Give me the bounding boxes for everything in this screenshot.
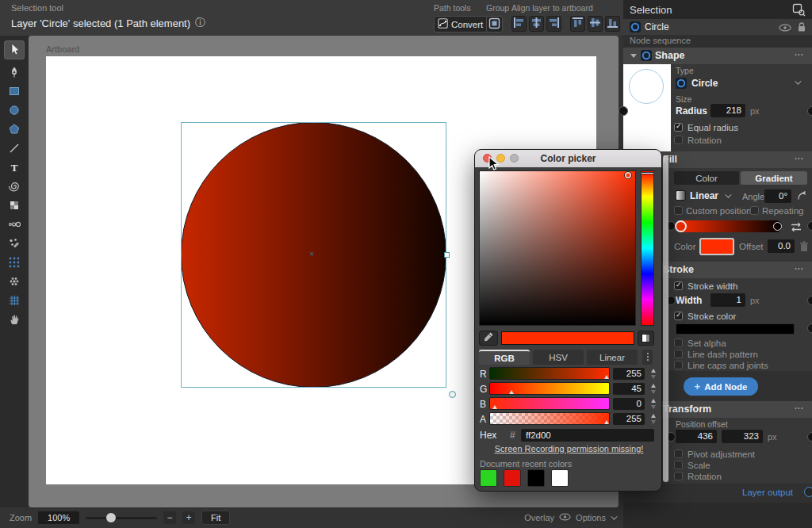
tab-rgb[interactable]: RGB xyxy=(479,350,530,365)
gradient-stop-end[interactable] xyxy=(773,222,782,231)
align-center-h-button[interactable] xyxy=(529,16,544,32)
channel-g-stepper[interactable] xyxy=(650,383,657,395)
visibility-eye-icon[interactable] xyxy=(779,23,791,34)
layer-row[interactable]: Circle xyxy=(623,19,812,35)
selection-handle-right[interactable] xyxy=(444,252,450,258)
layer-output-toggle[interactable] xyxy=(804,487,812,497)
align-left-button[interactable] xyxy=(511,16,527,32)
equal-radius-checkbox[interactable] xyxy=(674,123,683,132)
saturation-value-field[interactable] xyxy=(479,170,636,326)
recent-color-swatch[interactable] xyxy=(504,469,521,487)
delete-stop-trash-icon[interactable] xyxy=(799,241,809,254)
swap-gradient-icon[interactable] xyxy=(790,222,802,235)
transform-rotation-checkbox[interactable] xyxy=(674,472,683,480)
tool-rectangle[interactable] xyxy=(4,83,25,101)
tool-symbol[interactable] xyxy=(4,274,25,291)
options-label[interactable]: Options xyxy=(576,513,606,522)
recent-color-swatch[interactable] xyxy=(480,469,497,487)
zoom-traffic-light[interactable] xyxy=(510,154,519,163)
stroke-color-scrub-right[interactable] xyxy=(807,323,812,333)
recent-color-swatch[interactable] xyxy=(527,469,545,487)
fill-tab-gradient[interactable]: Gradient xyxy=(741,171,807,185)
set-alpha-checkbox[interactable] xyxy=(674,339,683,347)
width-scrub-right[interactable] xyxy=(807,296,812,305)
shape-more-icon[interactable]: ••• xyxy=(795,52,804,57)
shape-type-dropdown[interactable]: Circle xyxy=(676,76,802,90)
channel-r-input[interactable]: 255 xyxy=(613,368,645,380)
sv-marker[interactable] xyxy=(624,171,632,179)
contrast-swatch-button[interactable] xyxy=(638,331,654,346)
picker-menu-icon[interactable] xyxy=(642,350,653,365)
fit-button[interactable]: Fit xyxy=(201,511,230,525)
channel-b-marker[interactable] xyxy=(492,405,497,409)
tab-hsv[interactable]: HSV xyxy=(533,350,584,365)
shape-section-header[interactable]: Shape ••• xyxy=(623,48,812,64)
fill-more-icon[interactable]: ••• xyxy=(795,155,804,161)
radius-scrub-left[interactable] xyxy=(619,106,628,116)
gradient-scrub-right[interactable] xyxy=(807,221,812,231)
tool-pattern[interactable] xyxy=(4,254,25,272)
color-picker-titlebar[interactable]: Color picker xyxy=(475,150,661,167)
channel-r-marker[interactable] xyxy=(604,375,609,379)
convert-button[interactable]: Convert xyxy=(434,16,490,33)
channel-r-stepper[interactable] xyxy=(650,368,657,380)
tool-scatter[interactable] xyxy=(4,235,25,253)
zoom-slider[interactable] xyxy=(86,511,157,524)
tool-ellipse[interactable] xyxy=(4,102,25,120)
tool-grid[interactable] xyxy=(4,293,25,310)
panel-scrollbar[interactable] xyxy=(663,155,668,482)
recent-color-swatch[interactable] xyxy=(551,469,569,487)
repeating-checkbox[interactable] xyxy=(750,206,759,215)
tool-spiral[interactable] xyxy=(4,178,25,196)
stop-color-swatch[interactable] xyxy=(699,238,734,255)
overlay-eye-icon[interactable] xyxy=(559,512,571,523)
zoom-in-button[interactable]: + xyxy=(182,511,195,524)
zoom-value[interactable]: 100% xyxy=(38,511,79,524)
fill-tab-color[interactable]: Color xyxy=(674,171,739,185)
lock-icon[interactable] xyxy=(797,21,806,35)
zoom-slider-knob[interactable] xyxy=(106,513,116,522)
channel-a-stepper[interactable] xyxy=(650,413,657,425)
eyedropper-button[interactable] xyxy=(479,331,498,346)
tool-text[interactable]: T xyxy=(4,159,25,177)
stroke-color-bar[interactable] xyxy=(676,323,795,335)
channel-b-stepper[interactable] xyxy=(650,398,657,410)
info-icon[interactable]: ⓘ xyxy=(195,16,205,30)
shape-rotation-checkbox[interactable] xyxy=(674,136,683,144)
position-y-input[interactable]: 323 xyxy=(722,430,763,443)
scale-checkbox[interactable] xyxy=(674,461,683,469)
gradient-type-value[interactable]: Linear xyxy=(690,190,718,201)
width-input[interactable]: 1 xyxy=(710,293,745,307)
screen-recording-warning-link[interactable]: Screen Recording permission missing! xyxy=(475,444,663,453)
transform-more-icon[interactable]: ••• xyxy=(795,405,804,411)
tool-hand[interactable] xyxy=(4,312,25,329)
position-scrub-right[interactable] xyxy=(807,432,812,442)
add-node-button[interactable]: + Add Node xyxy=(684,377,758,396)
stroke-color-checkbox[interactable] xyxy=(674,312,683,320)
channel-a-marker[interactable] xyxy=(604,420,609,424)
stroke-more-icon[interactable]: ••• xyxy=(795,266,804,271)
color-picker-window[interactable]: Color picker RGB HSV Linear R 255 G 45 B xyxy=(474,149,662,492)
hex-input[interactable] xyxy=(521,429,654,442)
offset-input[interactable]: 0.0 xyxy=(768,239,795,253)
selection-handle-corner[interactable] xyxy=(449,391,456,398)
channel-a-slider[interactable] xyxy=(489,412,610,425)
channel-b-slider[interactable] xyxy=(489,397,610,410)
channel-g-input[interactable]: 45 xyxy=(613,383,645,395)
collapse-triangle-icon[interactable] xyxy=(630,54,637,58)
tab-linear[interactable]: Linear xyxy=(587,350,638,365)
channel-g-marker[interactable] xyxy=(509,390,514,394)
stroke-width-checkbox[interactable] xyxy=(674,281,683,290)
tool-selection[interactable] xyxy=(4,40,25,59)
custom-position-checkbox[interactable] xyxy=(674,206,683,215)
tool-image[interactable] xyxy=(4,197,25,215)
tool-blend[interactable] xyxy=(4,216,25,234)
channel-b-input[interactable]: 0 xyxy=(613,398,645,410)
overlay-label[interactable]: Overlay xyxy=(524,513,554,522)
rotate-angle-icon[interactable] xyxy=(796,190,807,204)
select-export-icon[interactable] xyxy=(792,3,806,19)
tool-line[interactable] xyxy=(4,140,25,158)
gradient-stop-start[interactable] xyxy=(675,220,687,232)
align-top-button[interactable] xyxy=(570,16,585,32)
angle-input[interactable]: 0° xyxy=(764,189,791,203)
